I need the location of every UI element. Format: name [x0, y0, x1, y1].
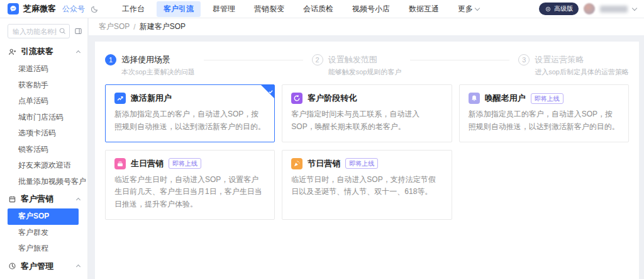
breadcrumb-parent[interactable]: 客户SOP: [99, 21, 130, 32]
nav-item-workbench[interactable]: 工作台: [115, 1, 152, 17]
step-2-subtitle: 能够触发sop规则的客户: [328, 67, 402, 77]
theme-moon-icon[interactable]: [91, 5, 99, 13]
nav-item-data-exchange[interactable]: 数据互通: [402, 1, 446, 17]
sidebar-item-acquisition-assistant[interactable]: 获客助手: [0, 77, 87, 94]
step-connector: [410, 60, 509, 60]
nav-item-chat-inspection[interactable]: 会话质检: [296, 1, 340, 17]
new-sop-panel: 1 选择使用场景 本次sop主要解决的问题 2 设置触发范围 能够触发sop规则…: [95, 42, 639, 279]
nav-item-channels-shop[interactable]: 视频号小店: [345, 1, 397, 17]
step-2-trigger-scope: 2 设置触发范围 能够触发sop规则的客户: [312, 54, 402, 77]
app-window: 芝麻微客 公众号 工作台 客户引流 群管理 营销裂变 会话质检 视频号小店 数据…: [0, 0, 644, 279]
card-title: 客户阶段转化: [308, 93, 357, 104]
scene-card-stage-conversion[interactable]: 客户阶段转化 客户指定时间未与员工联系，自动进入SOP，唤醒长期未联系的老客户。: [282, 84, 452, 142]
step-connector: [204, 60, 303, 60]
medal-icon: [545, 6, 552, 13]
step-3-circle: 3: [518, 54, 530, 65]
activate-user-icon: [114, 93, 126, 104]
nav-item-group-management[interactable]: 群管理: [206, 1, 242, 17]
sidebar-item-batch-add-channels[interactable]: 批量添加视频号客户: [0, 174, 87, 190]
calendar-icon: [8, 195, 16, 203]
coming-soon-badge: 即将上线: [169, 158, 201, 169]
user-name-redacted: [600, 6, 628, 13]
nav-item-customer-acquisition[interactable]: 客户引流: [157, 1, 201, 17]
topbar-right: 高级版: [539, 3, 636, 15]
card-title: 唤醒老用户: [485, 93, 526, 104]
sidebar: 引流获客 渠道活码 获客助手 点单活码 城市门店活码 选项卡活码 锁客活码 好友…: [0, 18, 88, 279]
chevron-up-icon: [76, 265, 80, 269]
check-icon: [268, 86, 274, 97]
person-plus-icon: [8, 48, 16, 56]
chevron-up-icon: [76, 197, 80, 202]
card-description: 新添加指定员工的客户，自动进入SOP，按照规则自动推送，以达到激活新客户的目的。: [469, 108, 619, 134]
scene-card-birthday-marketing[interactable]: 生日营销 即将上线 临近客户生日时，自动进入SOP，设置客户生日前几天、客户生日…: [105, 150, 275, 220]
coming-soon-badge: 即将上线: [531, 93, 564, 104]
card-title: 生日营销: [131, 158, 164, 169]
card-title: 节日营销: [308, 158, 340, 169]
step-3-title: 设置运营策略: [535, 54, 629, 65]
sidebar-item-tab-qr[interactable]: 选项卡活码: [0, 125, 87, 142]
top-navigation-bar: 芝麻微客 公众号 工作台 客户引流 群管理 营销裂变 会话质检 视频号小店 数据…: [0, 0, 644, 18]
sidebar-item-friend-source-welcome[interactable]: 好友来源欢迎语: [0, 157, 87, 174]
wizard-stepper: 1 选择使用场景 本次sop主要解决的问题 2 设置触发范围 能够触发sop规则…: [105, 54, 629, 77]
sidebar-item-order-qr[interactable]: 点单活码: [0, 93, 87, 110]
sidebar-section-marketing[interactable]: 客户营销: [0, 190, 87, 208]
scene-card-festival-marketing[interactable]: 节日营销 即将上线 临近节日时，自动进入SOP，支持法定节假日以及圣诞节、情人节…: [282, 150, 452, 220]
breadcrumb: 客户SOP / 新建客户SOP: [89, 18, 644, 35]
scene-card-wake-old-user[interactable]: 唤醒老用户 即将上线 新添加指定员工的客户，自动进入SOP，按照规则自动推送，以…: [459, 84, 629, 142]
user-avatar[interactable]: [584, 3, 595, 14]
sidebar-item-customer-sop[interactable]: 客户SOP: [8, 208, 79, 225]
card-description: 临近客户生日时，自动进入SOP，设置客户生日前几天、客户生日当月1日，客户生日当…: [114, 174, 265, 211]
nav-item-marketing-fission[interactable]: 营销裂变: [247, 1, 291, 17]
plan-badge-label: 高级版: [554, 4, 573, 13]
breadcrumb-current: 新建客户SOP: [140, 21, 186, 32]
step-3-operation-strategy: 3 设置运营策略 进入sop后制定具体的运营策略: [518, 54, 629, 77]
sidebar-item-customer-mass-send[interactable]: 客户群发: [0, 225, 87, 241]
sidebar-item-lock-customer-qr[interactable]: 锁客活码: [0, 142, 87, 158]
card-description: 客户指定时间未与员工联系，自动进入SOP，唤醒长期未联系的老客户。: [291, 108, 442, 134]
section-title: 引流获客: [21, 46, 53, 57]
user-menu-chevron-icon[interactable]: [632, 6, 637, 11]
plan-badge[interactable]: 高级版: [539, 3, 579, 15]
step-1-title: 选择使用场景: [121, 54, 195, 65]
wake-user-bell-icon: [469, 93, 480, 104]
section-title: 客户管理: [21, 261, 53, 272]
nav-more-label: 更多: [458, 4, 473, 14]
main-nav: 工作台 客户引流 群管理 营销裂变 会话质检 视频号小店 数据互通 更多: [115, 1, 486, 17]
app-logo-icon: [8, 3, 19, 14]
sidebar-item-customer-journey[interactable]: 客户旅程: [0, 241, 87, 257]
step-1-subtitle: 本次sop主要解决的问题: [121, 67, 195, 77]
nav-item-more[interactable]: 更多: [451, 1, 486, 17]
card-title: 激活新用户: [131, 93, 172, 104]
sidebar-search: [8, 24, 70, 38]
coming-soon-badge: 即将上线: [345, 158, 378, 169]
birthday-cake-icon: [114, 158, 126, 169]
section-title: 客户营销: [21, 193, 53, 205]
festival-party-icon: [291, 158, 303, 169]
breadcrumb-separator: /: [133, 23, 135, 31]
chevron-up-icon: [76, 50, 80, 54]
step-2-title: 设置触发范围: [328, 54, 402, 65]
step-1-circle: 1: [105, 54, 116, 65]
step-3-subtitle: 进入sop后制定具体的运营策略: [535, 67, 629, 77]
scene-card-activate-new-user[interactable]: 激活新用户 新添加指定员工的客户，自动进入SOP，按照规则自动推送，以达到激活新…: [105, 84, 275, 142]
sidebar-item-customer-management[interactable]: 客户管理: [0, 276, 87, 279]
brand-name: 芝麻微客: [23, 3, 56, 14]
management-gauge-icon: [8, 262, 16, 270]
card-description: 新添加指定员工的客户，自动进入SOP，按照规则自动推送，以达到激活新客户的目的。: [114, 108, 265, 134]
sidebar-item-channel-qr[interactable]: 渠道活码: [0, 61, 87, 77]
stage-convert-icon: [291, 93, 303, 104]
brand-channel-tag: 公众号: [62, 4, 85, 14]
chevron-down-icon: [475, 6, 480, 11]
step-1-choose-scene: 1 选择使用场景 本次sop主要解决的问题: [105, 54, 195, 77]
search-icon[interactable]: [58, 26, 67, 38]
collapse-panel-icon[interactable]: [74, 27, 82, 35]
step-2-circle: 2: [312, 54, 323, 65]
sidebar-section-acquisition[interactable]: 引流获客: [0, 42, 87, 61]
main-content: 1 选择使用场景 本次sop主要解决的问题 2 设置触发范围 能够触发sop规则…: [89, 35, 644, 279]
scene-card-grid: 激活新用户 新添加指定员工的客户，自动进入SOP，按照规则自动推送，以达到激活新…: [105, 84, 629, 220]
sidebar-section-customer-management[interactable]: 客户管理: [0, 257, 87, 276]
sidebar-item-city-store-qr[interactable]: 城市门店活码: [0, 110, 87, 126]
card-description: 临近节日时，自动进入SOP，支持法定节假日以及圣诞节、情人节、双十一、618等。: [291, 174, 442, 199]
